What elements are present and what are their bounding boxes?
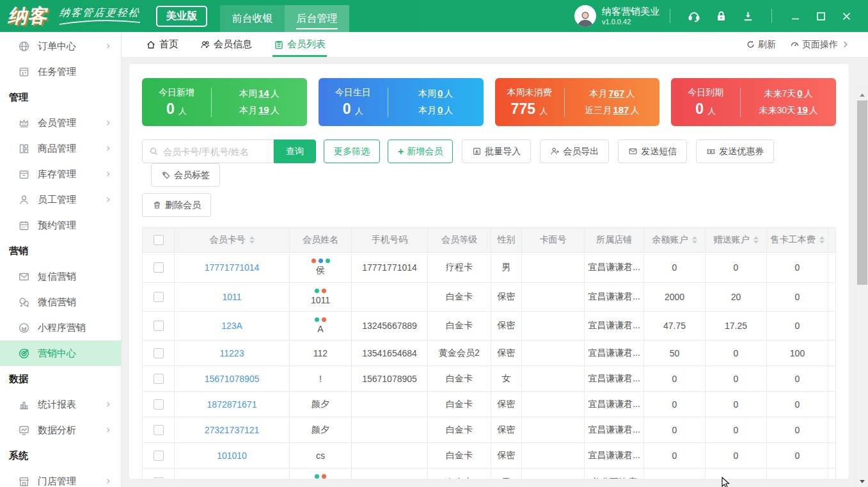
scroll-up-button[interactable]: [856, 90, 868, 100]
member-card-no-link[interactable]: 1872871671: [207, 399, 257, 410]
level-cell: 白金卡: [428, 443, 491, 468]
tab-member-info[interactable]: 会员信息: [200, 32, 252, 57]
toolbar-row2: 删除会员: [142, 193, 836, 217]
sidebar-item-5[interactable]: 库存管理: [0, 161, 121, 187]
row-checkbox[interactable]: [154, 262, 164, 273]
sidebar-item-1[interactable]: 任务管理: [0, 59, 121, 84]
edition-badge[interactable]: 美业版: [156, 6, 207, 27]
column-header[interactable]: 会员姓名: [290, 228, 352, 252]
row-checkbox[interactable]: [154, 425, 164, 435]
member-card-no-link[interactable]: 123A: [221, 321, 242, 331]
sort-arrows-icon[interactable]: [249, 236, 255, 244]
phone-cell: 15671078905: [352, 366, 428, 391]
sidebar-item-4[interactable]: 商品管理: [0, 136, 121, 161]
stat-card-3: 今日到期0 人未来7天0人未来30天19人: [671, 78, 836, 126]
refresh-button[interactable]: 刷新: [746, 39, 776, 51]
app-version: v1.0.0.42: [602, 18, 659, 27]
member-card-no-link[interactable]: 15671078905: [205, 374, 260, 384]
members-icon: [200, 40, 210, 50]
column-header[interactable]: 售卡工本费: [767, 228, 828, 252]
gender-cell: 保密: [491, 283, 522, 311]
search-input[interactable]: [163, 147, 267, 157]
sort-arrows-icon[interactable]: [692, 236, 697, 244]
scrollbar-thumb[interactable]: [857, 100, 867, 285]
stat-sub-0: 本周14人: [239, 88, 280, 100]
member-card-no-link[interactable]: 123654: [217, 477, 247, 479]
export-members-button[interactable]: 会员导出: [540, 140, 609, 163]
row-checkbox[interactable]: [154, 292, 164, 302]
lock-icon[interactable]: [707, 6, 734, 26]
row-checkbox[interactable]: [154, 374, 164, 384]
gender-cell: 女: [491, 366, 522, 391]
scroll-down-button[interactable]: [856, 476, 868, 487]
phone-cell: [352, 443, 428, 468]
sidebar-item-3[interactable]: 会员管理: [0, 110, 121, 136]
sidebar-item-7[interactable]: 预约管理: [0, 212, 121, 238]
maximize-button[interactable]: [808, 6, 833, 26]
column-header[interactable]: 余额账户: [644, 228, 706, 252]
member-card-no-link[interactable]: 17771771014: [205, 262, 260, 273]
balance-cell: 47.75: [644, 312, 706, 340]
user-name: 纳客营销美业: [602, 6, 659, 18]
avatar-person-icon: [576, 9, 595, 27]
sidebar-item-9[interactable]: 短信营销: [0, 264, 121, 289]
balance-cell: 0: [644, 366, 706, 391]
stat-sub-0: 本月767人: [589, 88, 635, 100]
member-card-no-link[interactable]: 101010: [217, 451, 247, 461]
minimize-button[interactable]: [782, 6, 808, 26]
tab-member-list[interactable]: 会员列表: [274, 32, 326, 57]
sidebar-item-14[interactable]: 统计报表: [0, 392, 121, 417]
sidebar-item-15[interactable]: 数据分析: [0, 417, 121, 443]
row-checkbox[interactable]: [154, 451, 164, 461]
column-header[interactable]: 所属店铺: [585, 228, 644, 252]
avatar[interactable]: [574, 5, 596, 27]
sidebar-item-6[interactable]: 员工管理: [0, 187, 121, 212]
gift-cell: 0: [706, 392, 767, 417]
column-header[interactable]: 会员等级: [428, 228, 491, 252]
sidebar-item-10[interactable]: 微信营销: [0, 289, 121, 315]
column-header[interactable]: 会员卡号: [175, 228, 290, 252]
sort-arrows-icon[interactable]: [819, 236, 825, 244]
column-header[interactable]: 手机号码: [352, 228, 428, 252]
empty-cell: [828, 366, 835, 391]
member-card-no-link[interactable]: 1011: [222, 292, 241, 302]
sidebar-item-17[interactable]: 门店管理: [0, 468, 121, 487]
page-actions-button[interactable]: 页面操作: [790, 39, 850, 51]
batch-import-button[interactable]: 批量导入: [462, 140, 531, 163]
user-info[interactable]: 纳客营销美业 v1.0.0.42: [602, 6, 659, 27]
member-tags-button[interactable]: 会员标签: [151, 163, 220, 187]
row-checkbox[interactable]: [154, 399, 164, 410]
column-header[interactable]: 性别: [491, 228, 522, 252]
stat-card-value: 0 人: [166, 100, 187, 118]
send-coupon-button[interactable]: 发送优惠券: [696, 140, 774, 163]
sidebar-item-12[interactable]: 营销中心: [0, 340, 121, 366]
row-checkbox[interactable]: [154, 348, 164, 358]
column-header[interactable]: 卡面号: [522, 228, 585, 252]
column-header[interactable]: 赠送账户: [706, 228, 767, 252]
download-icon[interactable]: [734, 6, 761, 26]
tab-backend-manage[interactable]: 后台管理: [285, 5, 349, 32]
row-checkbox[interactable]: [154, 321, 164, 331]
member-card-no-link[interactable]: 27321737121: [205, 425, 260, 435]
close-button[interactable]: [833, 6, 859, 26]
add-member-button[interactable]: +新增会员: [388, 140, 453, 163]
table-row: 1872871671颜夕白金卡保密宜昌谦谦君...000: [143, 392, 835, 417]
gender-cell: 保密: [491, 417, 522, 442]
more-filters-button[interactable]: 更多筛选: [324, 140, 380, 163]
gender-cell: 男: [491, 253, 522, 282]
query-button[interactable]: 查询: [274, 140, 316, 163]
delete-members-button[interactable]: 删除会员: [142, 193, 211, 217]
stat-sub-0: 未来7天0人: [764, 88, 813, 100]
vertical-scrollbar[interactable]: [856, 90, 868, 487]
tab-home[interactable]: 首页: [146, 32, 178, 57]
row-checkbox[interactable]: [154, 477, 164, 479]
sort-arrows-icon[interactable]: [754, 236, 759, 244]
tab-front-cashier[interactable]: 前台收银: [220, 5, 285, 32]
send-sms-button[interactable]: 发送短信: [618, 140, 687, 163]
sidebar-item-11[interactable]: 小程序营销: [0, 315, 121, 340]
support-headset-icon[interactable]: [681, 6, 707, 26]
select-all-checkbox[interactable]: [154, 235, 164, 245]
table-row: 27321737121颜夕白金卡保密宜昌谦谦君...000: [143, 417, 835, 443]
sidebar-item-0[interactable]: 订单中心: [0, 33, 121, 59]
member-card-no-link[interactable]: 11223: [220, 348, 244, 358]
